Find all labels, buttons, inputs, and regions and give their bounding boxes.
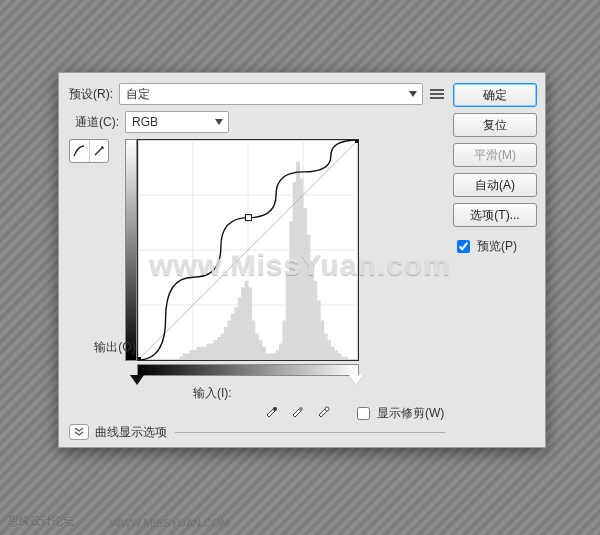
preview-row: 预览(P) bbox=[453, 237, 537, 256]
preview-checkbox[interactable] bbox=[457, 240, 470, 253]
svg-rect-54 bbox=[327, 340, 331, 360]
options-button[interactable]: 选项(T)... bbox=[453, 203, 537, 227]
svg-rect-32 bbox=[251, 320, 255, 360]
svg-rect-33 bbox=[255, 334, 259, 360]
svg-rect-24 bbox=[224, 327, 228, 360]
reset-button[interactable]: 复位 bbox=[453, 113, 537, 137]
show-clipping-checkbox[interactable] bbox=[357, 407, 370, 420]
svg-rect-55 bbox=[331, 347, 335, 360]
options-label: 选项(T)... bbox=[470, 207, 519, 224]
svg-rect-42 bbox=[286, 274, 290, 360]
svg-rect-62 bbox=[355, 140, 358, 143]
preview-label: 预览(P) bbox=[477, 238, 517, 255]
auto-label: 自动(A) bbox=[475, 177, 515, 194]
svg-rect-17 bbox=[200, 347, 204, 360]
svg-rect-39 bbox=[276, 350, 280, 360]
svg-rect-27 bbox=[234, 307, 238, 360]
footer-credit: 思缘设计论坛 bbox=[8, 514, 74, 529]
ok-label: 确定 bbox=[483, 87, 507, 104]
svg-rect-26 bbox=[231, 314, 235, 360]
preset-combo[interactable]: 自定 bbox=[119, 83, 423, 105]
svg-point-65 bbox=[299, 407, 303, 411]
auto-button[interactable]: 自动(A) bbox=[453, 173, 537, 197]
svg-rect-31 bbox=[248, 287, 252, 360]
preset-value: 自定 bbox=[126, 86, 150, 103]
svg-rect-52 bbox=[320, 320, 324, 360]
svg-rect-1 bbox=[430, 89, 444, 91]
svg-rect-36 bbox=[265, 353, 269, 360]
curves-main: 预设(R): 自定 通道(C): RGB bbox=[59, 73, 453, 447]
svg-rect-12 bbox=[183, 353, 187, 360]
svg-rect-15 bbox=[193, 350, 197, 360]
svg-rect-23 bbox=[221, 334, 225, 360]
svg-rect-63 bbox=[245, 215, 251, 221]
curve-point-tool-icon[interactable] bbox=[70, 140, 89, 162]
channel-combo[interactable]: RGB bbox=[125, 111, 229, 133]
display-options-label: 曲线显示选项 bbox=[95, 424, 167, 441]
output-label: 输出(O): bbox=[79, 339, 139, 356]
svg-rect-2 bbox=[430, 93, 444, 95]
smooth-button[interactable]: 平滑(M) bbox=[453, 143, 537, 167]
svg-rect-20 bbox=[210, 344, 214, 361]
svg-rect-18 bbox=[203, 347, 207, 360]
svg-point-64 bbox=[273, 407, 277, 411]
channel-row: 通道(C): RGB bbox=[69, 111, 445, 133]
svg-rect-59 bbox=[344, 357, 348, 360]
ok-button[interactable]: 确定 bbox=[453, 83, 537, 107]
svg-rect-35 bbox=[262, 347, 266, 360]
channel-label: 通道(C): bbox=[75, 114, 119, 131]
svg-rect-14 bbox=[190, 350, 194, 360]
svg-rect-37 bbox=[269, 353, 273, 360]
show-clipping-row: 显示修剪(W) bbox=[353, 404, 444, 423]
svg-rect-50 bbox=[313, 281, 317, 360]
svg-rect-34 bbox=[258, 340, 262, 360]
svg-rect-29 bbox=[241, 287, 245, 360]
svg-rect-30 bbox=[245, 281, 249, 360]
svg-rect-53 bbox=[324, 334, 328, 360]
work-area: 输出(O): 输入(I): 显示修剪(W) bbox=[69, 139, 445, 441]
svg-rect-47 bbox=[303, 208, 307, 360]
footer-url: WWW.MISSYUAN.COM bbox=[110, 517, 230, 529]
white-point-slider[interactable] bbox=[349, 375, 363, 385]
svg-rect-51 bbox=[317, 301, 321, 360]
curve-tool-toggle[interactable] bbox=[69, 139, 109, 163]
eyedropper-row bbox=[263, 403, 331, 419]
separator bbox=[175, 432, 445, 433]
svg-rect-28 bbox=[238, 297, 242, 360]
svg-point-66 bbox=[325, 407, 329, 411]
curve-canvas[interactable] bbox=[137, 139, 359, 361]
smooth-label: 平滑(M) bbox=[474, 147, 516, 164]
display-options-toggle[interactable]: 曲线显示选项 bbox=[69, 423, 445, 441]
chevron-down-icon bbox=[215, 119, 223, 125]
svg-marker-4 bbox=[215, 119, 223, 125]
channel-value: RGB bbox=[132, 115, 158, 129]
svg-rect-40 bbox=[279, 344, 283, 361]
input-label: 输入(I): bbox=[193, 385, 232, 402]
white-eyedropper-icon[interactable] bbox=[315, 403, 331, 419]
action-column: 确定 复位 平滑(M) 自动(A) 选项(T)... 预览(P) bbox=[453, 73, 545, 447]
svg-rect-46 bbox=[300, 179, 304, 361]
svg-rect-58 bbox=[341, 357, 345, 360]
input-gradient bbox=[137, 364, 359, 376]
svg-rect-21 bbox=[214, 340, 218, 360]
svg-rect-57 bbox=[337, 353, 341, 360]
svg-rect-19 bbox=[207, 344, 211, 361]
svg-rect-25 bbox=[227, 320, 231, 360]
curve-box: 输出(O): 输入(I): 显示修剪(W) bbox=[113, 139, 445, 441]
svg-rect-38 bbox=[272, 353, 276, 360]
black-eyedropper-icon[interactable] bbox=[263, 403, 279, 419]
chevron-down-icon bbox=[409, 91, 417, 97]
svg-marker-0 bbox=[409, 91, 417, 97]
black-point-slider[interactable] bbox=[130, 375, 144, 385]
svg-rect-22 bbox=[217, 337, 221, 360]
gray-eyedropper-icon[interactable] bbox=[289, 403, 305, 419]
svg-rect-49 bbox=[310, 261, 314, 360]
svg-rect-44 bbox=[293, 182, 297, 360]
preset-menu-icon[interactable] bbox=[429, 86, 445, 102]
svg-rect-61 bbox=[138, 357, 141, 360]
svg-rect-13 bbox=[186, 353, 190, 360]
svg-rect-45 bbox=[296, 162, 300, 360]
svg-rect-56 bbox=[334, 350, 338, 360]
curve-draw-tool-icon[interactable] bbox=[89, 140, 109, 162]
show-clipping-label: 显示修剪(W) bbox=[377, 405, 444, 422]
